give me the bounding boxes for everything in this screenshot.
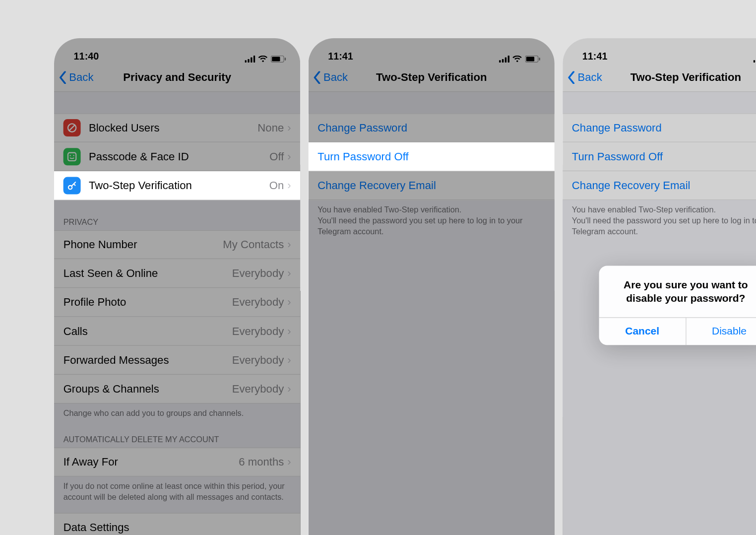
- chevron-right-icon: ›: [287, 179, 291, 192]
- row-value: Everybody: [232, 267, 284, 280]
- row-label: Calls: [63, 325, 88, 337]
- section-header-autodelete: AUTOMATICALLY DELETE MY ACCOUNT: [54, 431, 300, 448]
- row-forwarded-messages[interactable]: Forwarded Messages Everybody ›: [54, 346, 300, 375]
- cellular-icon: [754, 56, 756, 63]
- row-value: None: [257, 122, 284, 134]
- row-value: 6 months: [239, 456, 284, 468]
- row-label: Turn Password Off: [572, 150, 663, 163]
- row-label: Profile Photo: [63, 296, 126, 309]
- svg-rect-5: [272, 57, 280, 61]
- alert-disable-button[interactable]: Disable: [686, 318, 756, 345]
- svg-point-11: [73, 155, 74, 156]
- row-label: Change Recovery Email: [317, 179, 436, 192]
- cellular-icon: [245, 56, 255, 63]
- screen-two-step: 11:41 Back Two-Step Verification Change …: [309, 38, 555, 535]
- row-label: Blocked Users: [89, 122, 160, 134]
- row-change-password[interactable]: Change Password: [309, 113, 555, 142]
- svg-rect-20: [526, 57, 534, 61]
- svg-rect-0: [245, 60, 246, 63]
- row-value: Everybody: [232, 354, 284, 367]
- nav-bar: Back Two-Step Verification: [563, 64, 756, 92]
- battery-icon: [271, 56, 286, 63]
- row-data-settings[interactable]: Data Settings: [54, 513, 300, 535]
- cellular-icon: [499, 56, 509, 63]
- svg-rect-9: [68, 152, 76, 160]
- chevron-right-icon: ›: [287, 354, 291, 367]
- chevron-right-icon: ›: [287, 267, 291, 280]
- back-button[interactable]: Back: [309, 71, 348, 84]
- row-value: Everybody: [232, 296, 284, 309]
- section-footer-two-step: You have enabled Two-Step verification. …: [563, 200, 756, 239]
- row-label: Passcode & Face ID: [89, 150, 189, 163]
- row-passcode-faceid[interactable]: Passcode & Face ID Off ›: [54, 142, 300, 171]
- chevron-right-icon: ›: [287, 456, 291, 468]
- chevron-left-icon: [313, 71, 321, 84]
- screen-two-step-alert: 11:41 Back Two-Step Verification Change …: [563, 38, 756, 535]
- svg-point-10: [69, 155, 70, 156]
- row-label: Change Password: [572, 122, 662, 134]
- row-change-password[interactable]: Change Password: [563, 113, 756, 142]
- row-last-seen[interactable]: Last Seen & Online Everybody ›: [54, 259, 300, 288]
- svg-rect-15: [499, 60, 501, 63]
- back-button[interactable]: Back: [54, 71, 94, 84]
- status-time: 11:41: [328, 51, 353, 63]
- status-icons: [499, 56, 541, 63]
- nav-bar: Back Two-Step Verification: [309, 64, 555, 92]
- chevron-right-icon: ›: [287, 238, 291, 251]
- row-turn-password-off[interactable]: Turn Password Off: [309, 142, 555, 171]
- svg-line-14: [74, 184, 75, 185]
- svg-rect-1: [248, 59, 249, 63]
- row-label: Change Recovery Email: [572, 179, 691, 192]
- row-change-recovery-email[interactable]: Change Recovery Email: [563, 171, 756, 200]
- row-calls[interactable]: Calls Everybody ›: [54, 317, 300, 346]
- row-value: Everybody: [232, 325, 284, 337]
- svg-rect-18: [508, 56, 509, 63]
- row-label: Last Seen & Online: [63, 267, 158, 280]
- row-value: Off: [269, 150, 284, 163]
- wifi-icon: [512, 56, 522, 63]
- chevron-right-icon: ›: [287, 296, 291, 309]
- back-button[interactable]: Back: [563, 71, 602, 84]
- row-two-step-verification[interactable]: Two-Step Verification On ›: [54, 171, 300, 200]
- svg-rect-21: [539, 58, 540, 61]
- blocked-icon: [63, 119, 81, 136]
- battery-icon: [525, 56, 540, 63]
- row-change-recovery-email[interactable]: Change Recovery Email: [309, 171, 555, 200]
- chevron-right-icon: ›: [287, 383, 291, 396]
- status-bar: 11:40: [54, 38, 300, 64]
- section-header-privacy: PRIVACY: [54, 214, 300, 230]
- status-icons: [245, 56, 286, 63]
- chevron-right-icon: ›: [287, 150, 291, 163]
- status-bar: 11:41: [309, 38, 555, 64]
- chevron-right-icon: ›: [287, 122, 291, 134]
- back-label: Back: [69, 71, 93, 84]
- row-turn-password-off[interactable]: Turn Password Off: [563, 142, 756, 171]
- row-blocked-users[interactable]: Blocked Users None ›: [54, 113, 300, 142]
- section-footer-two-step: You have enabled Two-Step verification. …: [309, 200, 555, 239]
- section-footer-privacy: Change who can add you to groups and cha…: [54, 403, 300, 421]
- status-bar: 11:41: [563, 38, 756, 64]
- nav-bar: Back Privacy and Security: [54, 64, 300, 92]
- back-label: Back: [323, 71, 348, 84]
- screen-privacy-security: 11:40 Back Privacy and Security Blocked …: [54, 38, 300, 535]
- svg-rect-17: [505, 57, 506, 62]
- row-label: Data Settings: [63, 521, 129, 534]
- svg-rect-22: [754, 60, 755, 63]
- svg-line-8: [69, 125, 75, 131]
- row-profile-photo[interactable]: Profile Photo Everybody ›: [54, 288, 300, 317]
- row-value: My Contacts: [223, 238, 284, 251]
- row-groups-channels[interactable]: Groups & Channels Everybody ›: [54, 375, 300, 403]
- alert-cancel-button[interactable]: Cancel: [599, 318, 686, 345]
- row-label: Phone Number: [63, 238, 137, 251]
- row-label: Groups & Channels: [63, 383, 159, 396]
- svg-rect-16: [502, 59, 504, 63]
- wifi-icon: [258, 56, 268, 63]
- passcode-icon: [63, 148, 81, 165]
- row-phone-number[interactable]: Phone Number My Contacts ›: [54, 230, 300, 259]
- row-label: Two-Step Verification: [89, 179, 192, 192]
- svg-rect-6: [285, 58, 286, 61]
- row-if-away-for[interactable]: If Away For 6 months ›: [54, 448, 300, 476]
- chevron-left-icon: [567, 71, 575, 84]
- status-icons: [754, 56, 756, 63]
- row-value: Everybody: [232, 383, 284, 396]
